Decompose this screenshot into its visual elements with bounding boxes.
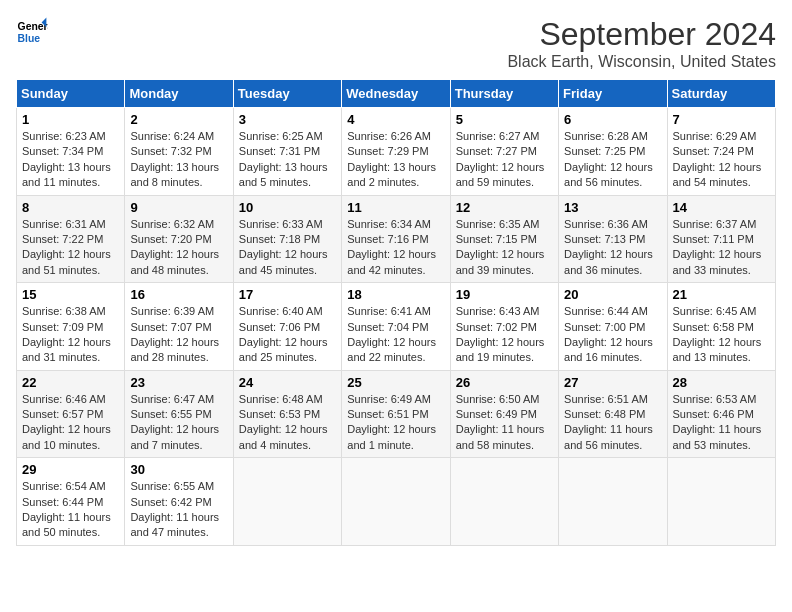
day-info: Sunrise: 6:46 AMSunset: 6:57 PMDaylight:… <box>22 392 119 454</box>
day-number: 23 <box>130 375 227 390</box>
day-number: 1 <box>22 112 119 127</box>
calendar-cell: 4Sunrise: 6:26 AMSunset: 7:29 PMDaylight… <box>342 108 450 196</box>
day-number: 17 <box>239 287 336 302</box>
calendar-cell: 9Sunrise: 6:32 AMSunset: 7:20 PMDaylight… <box>125 195 233 283</box>
col-sunday: Sunday <box>17 80 125 108</box>
calendar-cell: 23Sunrise: 6:47 AMSunset: 6:55 PMDayligh… <box>125 370 233 458</box>
col-friday: Friday <box>559 80 667 108</box>
day-number: 10 <box>239 200 336 215</box>
day-number: 6 <box>564 112 661 127</box>
title-area: September 2024 Black Earth, Wisconsin, U… <box>507 16 776 71</box>
calendar-cell: 26Sunrise: 6:50 AMSunset: 6:49 PMDayligh… <box>450 370 558 458</box>
calendar-cell: 16Sunrise: 6:39 AMSunset: 7:07 PMDayligh… <box>125 283 233 371</box>
calendar-cell: 15Sunrise: 6:38 AMSunset: 7:09 PMDayligh… <box>17 283 125 371</box>
calendar-week-row: 29Sunrise: 6:54 AMSunset: 6:44 PMDayligh… <box>17 458 776 546</box>
calendar-cell: 17Sunrise: 6:40 AMSunset: 7:06 PMDayligh… <box>233 283 341 371</box>
day-number: 12 <box>456 200 553 215</box>
day-number: 9 <box>130 200 227 215</box>
day-info: Sunrise: 6:55 AMSunset: 6:42 PMDaylight:… <box>130 479 227 541</box>
day-info: Sunrise: 6:31 AMSunset: 7:22 PMDaylight:… <box>22 217 119 279</box>
calendar-cell: 25Sunrise: 6:49 AMSunset: 6:51 PMDayligh… <box>342 370 450 458</box>
day-info: Sunrise: 6:40 AMSunset: 7:06 PMDaylight:… <box>239 304 336 366</box>
calendar-week-row: 8Sunrise: 6:31 AMSunset: 7:22 PMDaylight… <box>17 195 776 283</box>
calendar-cell <box>342 458 450 546</box>
calendar-cell: 29Sunrise: 6:54 AMSunset: 6:44 PMDayligh… <box>17 458 125 546</box>
calendar-cell: 21Sunrise: 6:45 AMSunset: 6:58 PMDayligh… <box>667 283 775 371</box>
day-info: Sunrise: 6:45 AMSunset: 6:58 PMDaylight:… <box>673 304 770 366</box>
calendar-cell <box>667 458 775 546</box>
day-info: Sunrise: 6:25 AMSunset: 7:31 PMDaylight:… <box>239 129 336 191</box>
day-info: Sunrise: 6:38 AMSunset: 7:09 PMDaylight:… <box>22 304 119 366</box>
calendar-cell: 13Sunrise: 6:36 AMSunset: 7:13 PMDayligh… <box>559 195 667 283</box>
logo-icon: General Blue <box>16 16 48 48</box>
day-number: 14 <box>673 200 770 215</box>
calendar-cell: 2Sunrise: 6:24 AMSunset: 7:32 PMDaylight… <box>125 108 233 196</box>
day-number: 11 <box>347 200 444 215</box>
logo: General Blue <box>16 16 48 48</box>
calendar-cell: 11Sunrise: 6:34 AMSunset: 7:16 PMDayligh… <box>342 195 450 283</box>
day-number: 16 <box>130 287 227 302</box>
day-info: Sunrise: 6:28 AMSunset: 7:25 PMDaylight:… <box>564 129 661 191</box>
day-info: Sunrise: 6:26 AMSunset: 7:29 PMDaylight:… <box>347 129 444 191</box>
calendar: Sunday Monday Tuesday Wednesday Thursday… <box>16 79 776 546</box>
calendar-cell: 19Sunrise: 6:43 AMSunset: 7:02 PMDayligh… <box>450 283 558 371</box>
day-number: 4 <box>347 112 444 127</box>
col-monday: Monday <box>125 80 233 108</box>
day-info: Sunrise: 6:24 AMSunset: 7:32 PMDaylight:… <box>130 129 227 191</box>
calendar-header-row: Sunday Monday Tuesday Wednesday Thursday… <box>17 80 776 108</box>
day-number: 8 <box>22 200 119 215</box>
day-info: Sunrise: 6:47 AMSunset: 6:55 PMDaylight:… <box>130 392 227 454</box>
calendar-cell: 7Sunrise: 6:29 AMSunset: 7:24 PMDaylight… <box>667 108 775 196</box>
calendar-cell: 3Sunrise: 6:25 AMSunset: 7:31 PMDaylight… <box>233 108 341 196</box>
day-number: 29 <box>22 462 119 477</box>
day-number: 25 <box>347 375 444 390</box>
day-info: Sunrise: 6:49 AMSunset: 6:51 PMDaylight:… <box>347 392 444 454</box>
day-info: Sunrise: 6:54 AMSunset: 6:44 PMDaylight:… <box>22 479 119 541</box>
day-info: Sunrise: 6:53 AMSunset: 6:46 PMDaylight:… <box>673 392 770 454</box>
day-info: Sunrise: 6:39 AMSunset: 7:07 PMDaylight:… <box>130 304 227 366</box>
location-title: Black Earth, Wisconsin, United States <box>507 53 776 71</box>
calendar-cell: 30Sunrise: 6:55 AMSunset: 6:42 PMDayligh… <box>125 458 233 546</box>
day-number: 18 <box>347 287 444 302</box>
day-number: 30 <box>130 462 227 477</box>
day-info: Sunrise: 6:33 AMSunset: 7:18 PMDaylight:… <box>239 217 336 279</box>
col-tuesday: Tuesday <box>233 80 341 108</box>
calendar-cell <box>233 458 341 546</box>
day-number: 20 <box>564 287 661 302</box>
col-wednesday: Wednesday <box>342 80 450 108</box>
day-number: 26 <box>456 375 553 390</box>
calendar-cell: 18Sunrise: 6:41 AMSunset: 7:04 PMDayligh… <box>342 283 450 371</box>
day-info: Sunrise: 6:27 AMSunset: 7:27 PMDaylight:… <box>456 129 553 191</box>
day-number: 2 <box>130 112 227 127</box>
day-info: Sunrise: 6:29 AMSunset: 7:24 PMDaylight:… <box>673 129 770 191</box>
calendar-cell: 22Sunrise: 6:46 AMSunset: 6:57 PMDayligh… <box>17 370 125 458</box>
svg-text:Blue: Blue <box>18 33 41 44</box>
calendar-cell <box>559 458 667 546</box>
day-number: 28 <box>673 375 770 390</box>
day-number: 13 <box>564 200 661 215</box>
col-saturday: Saturday <box>667 80 775 108</box>
calendar-cell: 20Sunrise: 6:44 AMSunset: 7:00 PMDayligh… <box>559 283 667 371</box>
calendar-cell: 10Sunrise: 6:33 AMSunset: 7:18 PMDayligh… <box>233 195 341 283</box>
day-info: Sunrise: 6:37 AMSunset: 7:11 PMDaylight:… <box>673 217 770 279</box>
calendar-cell <box>450 458 558 546</box>
calendar-week-row: 15Sunrise: 6:38 AMSunset: 7:09 PMDayligh… <box>17 283 776 371</box>
day-info: Sunrise: 6:44 AMSunset: 7:00 PMDaylight:… <box>564 304 661 366</box>
calendar-cell: 28Sunrise: 6:53 AMSunset: 6:46 PMDayligh… <box>667 370 775 458</box>
calendar-cell: 24Sunrise: 6:48 AMSunset: 6:53 PMDayligh… <box>233 370 341 458</box>
day-info: Sunrise: 6:35 AMSunset: 7:15 PMDaylight:… <box>456 217 553 279</box>
day-number: 7 <box>673 112 770 127</box>
calendar-cell: 12Sunrise: 6:35 AMSunset: 7:15 PMDayligh… <box>450 195 558 283</box>
day-number: 22 <box>22 375 119 390</box>
day-number: 27 <box>564 375 661 390</box>
calendar-week-row: 22Sunrise: 6:46 AMSunset: 6:57 PMDayligh… <box>17 370 776 458</box>
day-number: 21 <box>673 287 770 302</box>
day-info: Sunrise: 6:48 AMSunset: 6:53 PMDaylight:… <box>239 392 336 454</box>
day-info: Sunrise: 6:36 AMSunset: 7:13 PMDaylight:… <box>564 217 661 279</box>
day-number: 24 <box>239 375 336 390</box>
day-info: Sunrise: 6:41 AMSunset: 7:04 PMDaylight:… <box>347 304 444 366</box>
day-number: 15 <box>22 287 119 302</box>
month-title: September 2024 <box>507 16 776 53</box>
day-number: 19 <box>456 287 553 302</box>
day-info: Sunrise: 6:43 AMSunset: 7:02 PMDaylight:… <box>456 304 553 366</box>
